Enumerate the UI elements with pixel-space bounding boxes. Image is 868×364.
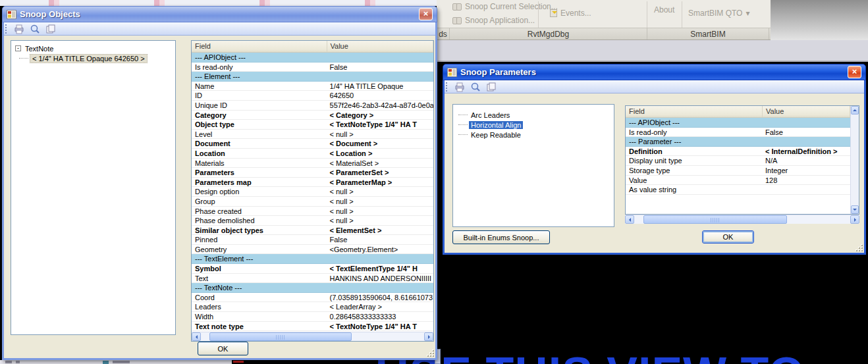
copy-icon[interactable] xyxy=(45,24,56,34)
scrollbar-track[interactable] xyxy=(851,115,859,205)
column-header-value[interactable]: Value xyxy=(327,41,433,52)
print-icon[interactable] xyxy=(454,82,465,92)
table-row[interactable]: Coord (7.0358913590604, 8.61661073 xyxy=(192,293,433,303)
ribbon-panel-label-smartbim[interactable]: SmartBIM xyxy=(647,28,769,39)
ribbon-button-about[interactable]: About xyxy=(654,5,674,14)
tree-node-textnote[interactable]: - TextNote xyxy=(13,43,174,53)
value-cell: < MaterialSet > xyxy=(327,159,433,168)
snoop-objects-dialog: Snoop Objects × - TextNote < 1/4" HA TIT… xyxy=(2,6,437,360)
table-row[interactable]: Design option < null > xyxy=(192,187,433,197)
scroll-down-icon[interactable] xyxy=(851,205,859,214)
tree-node-label[interactable]: < 1/4" HA TITLE Opaque 642650 > xyxy=(30,54,148,63)
print-icon[interactable] xyxy=(14,24,24,34)
resize-grip[interactable] xyxy=(426,349,434,357)
table-row[interactable]: Location < Location > xyxy=(192,149,433,159)
table-row[interactable]: ID 642650 xyxy=(192,91,433,101)
ribbon-button-label: Snoop Current Selection... xyxy=(465,2,558,11)
table-row[interactable]: Text HANKINS AND ANDERSONIIIII xyxy=(192,274,433,284)
table-row[interactable]: Parameters < ParameterSet > xyxy=(192,168,433,178)
tree-node-label[interactable]: TextNote xyxy=(23,45,55,53)
table-row[interactable]: As value string xyxy=(626,185,850,195)
table-row[interactable]: --- Element --- xyxy=(192,72,433,82)
tree-node-parameter[interactable]: Keep Readable xyxy=(454,130,612,140)
table-row[interactable]: Geometry <Geometry.Element> xyxy=(192,245,433,255)
search-icon[interactable] xyxy=(30,24,40,34)
table-row[interactable]: Document < Document > xyxy=(192,139,433,149)
vertical-scrollbar[interactable] xyxy=(850,106,859,214)
scrollbar-thumb[interactable] xyxy=(643,215,787,224)
scroll-left-icon[interactable] xyxy=(625,215,634,224)
tree-node-instance[interactable]: < 1/4" HA TITLE Opaque 642650 > xyxy=(13,53,174,63)
grid-rows: --- APIObject --- Is read-only False ---… xyxy=(192,53,433,332)
table-row[interactable]: Unique ID 557f2e46-2ab3-42a4-a87d-0e0a xyxy=(192,101,433,111)
horizontal-scrollbar[interactable] xyxy=(625,215,859,224)
horizontal-scrollbar[interactable] xyxy=(192,332,433,341)
ribbon-button-snoop-application[interactable]: Snoop Application... xyxy=(452,16,535,25)
table-row[interactable]: --- Parameter --- xyxy=(626,137,850,147)
tree-node-label[interactable]: Keep Readable xyxy=(469,131,523,139)
field-value-grid: Field Value --- APIObject --- Is read-on… xyxy=(626,106,850,214)
table-row[interactable]: Object type < TextNoteType 1/4" HA T xyxy=(192,120,433,130)
field-cell: Geometry xyxy=(192,245,327,254)
grid-rows: --- APIObject --- Is read-only False ---… xyxy=(626,118,850,214)
ribbon-button-snoop-current-selection[interactable]: Snoop Current Selection... xyxy=(452,2,558,11)
table-row[interactable]: Leaders < LeaderArray > xyxy=(192,302,433,312)
table-row[interactable]: Similar object types < ElementSet > xyxy=(192,226,433,236)
builtin-enums-snoop-button[interactable]: Built-in Enums Snoop... xyxy=(452,230,550,244)
close-icon[interactable]: × xyxy=(419,8,433,20)
table-row[interactable]: Is read-only False xyxy=(626,128,850,138)
table-row[interactable]: Storage type Integer xyxy=(626,166,850,176)
table-row[interactable]: --- TextElement --- xyxy=(192,254,433,264)
snoop-parameters-titlebar[interactable]: Snoop Parameters × xyxy=(443,64,866,80)
table-row[interactable]: Display unit type N/A xyxy=(626,156,850,166)
ok-button[interactable]: OK xyxy=(702,230,754,244)
table-row[interactable]: Name 1/4" HA TITLE Opaque xyxy=(192,82,433,91)
table-row[interactable]: Text note type < TextNoteType 1/4" HA T xyxy=(192,322,433,332)
table-row[interactable]: Group < null > xyxy=(192,197,433,207)
column-header-field[interactable]: Field xyxy=(192,41,327,52)
close-icon[interactable]: × xyxy=(848,66,861,78)
resize-grip[interactable] xyxy=(855,244,863,251)
table-row[interactable]: Phase demolished < null > xyxy=(192,216,433,226)
tree-node-label[interactable]: Horizontal Align xyxy=(469,121,523,129)
binoculars-icon xyxy=(452,17,462,24)
ribbon-button-events[interactable]: Events... xyxy=(550,9,591,18)
value-cell: N/A xyxy=(763,156,850,165)
table-row[interactable]: Materials < MaterialSet > xyxy=(192,159,433,169)
scrollbar-track[interactable] xyxy=(634,215,850,224)
table-row[interactable]: Width 0.286458333333333 xyxy=(192,312,433,322)
table-row[interactable]: Phase created < null > xyxy=(192,207,433,217)
table-row[interactable]: Level < null > xyxy=(192,130,433,140)
tree-node-label[interactable]: Arc Leaders xyxy=(469,111,512,119)
scroll-right-icon[interactable] xyxy=(850,215,859,224)
scroll-right-icon[interactable] xyxy=(424,332,433,341)
column-header-value[interactable]: Value xyxy=(763,106,850,117)
table-row[interactable]: Symbol < TextElementType 1/4" H xyxy=(192,264,433,274)
expander-icon[interactable]: - xyxy=(15,45,21,51)
table-row[interactable]: --- APIObject --- xyxy=(192,53,433,63)
tree-node-parameter[interactable]: Horizontal Align xyxy=(454,120,612,130)
value-cell xyxy=(327,72,433,81)
scrollbar-track[interactable] xyxy=(201,332,424,341)
table-row[interactable]: Parameters map < ParameterMap > xyxy=(192,178,433,188)
table-row[interactable]: Is read-only False xyxy=(192,63,433,72)
value-cell: False xyxy=(327,235,433,244)
chevron-down-icon: ▾ xyxy=(746,9,749,18)
table-row[interactable]: Pinned False xyxy=(192,235,433,245)
ok-button[interactable]: OK xyxy=(198,342,248,355)
search-icon[interactable] xyxy=(470,82,481,92)
table-row[interactable]: --- APIObject --- xyxy=(626,118,850,128)
snoop-objects-titlebar[interactable]: Snoop Objects × xyxy=(2,6,437,22)
column-header-field[interactable]: Field xyxy=(626,106,763,117)
copy-icon[interactable] xyxy=(486,82,497,92)
scrollbar-thumb[interactable] xyxy=(209,332,352,341)
ribbon-button-smartbim-qto[interactable]: SmartBIM QTO ▾ xyxy=(688,9,749,18)
tree-node-parameter[interactable]: Arc Leaders xyxy=(454,110,612,120)
ribbon-panel-label-rvtmgddbg[interactable]: RvtMgdDbg xyxy=(450,28,647,39)
table-row[interactable]: --- TextNote --- xyxy=(192,283,433,293)
table-row[interactable]: Value 128 xyxy=(626,176,850,186)
scroll-up-icon[interactable] xyxy=(851,106,859,115)
table-row[interactable]: Category < Category > xyxy=(192,111,433,120)
table-row[interactable]: Definition < InternalDefinition > xyxy=(626,147,850,157)
scroll-left-icon[interactable] xyxy=(192,332,201,341)
